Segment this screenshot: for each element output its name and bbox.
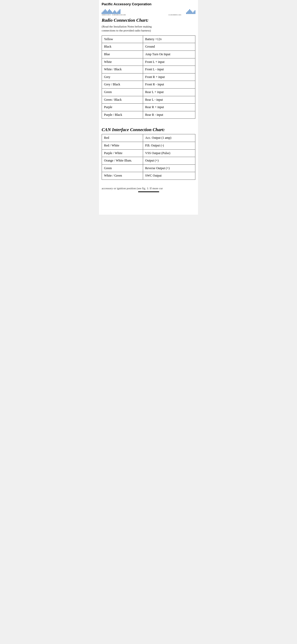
table-row: GreenRear L + input: [102, 88, 195, 96]
binary-row-left: 1800211011 110810811101108 1118108001118…: [102, 14, 195, 16]
waveform-bar: [110, 10, 111, 14]
waveform-bar: [103, 11, 103, 14]
wire-color: Yellow: [102, 35, 143, 43]
wire-function: Ground: [143, 43, 195, 51]
wire-color: Purple / White: [102, 149, 143, 157]
table-row: BlueAmp Turn On Input: [102, 50, 195, 58]
table-row: Purple / WhiteVSS Output (Pulse): [102, 149, 195, 157]
waveform-bar: [117, 11, 118, 14]
table-row: White / BlackFront L - input: [102, 66, 195, 73]
page-container: Pacific Accessory Corporation 1800211011…: [99, 0, 198, 215]
header: Pacific Accessory Corporation 1800211011…: [99, 0, 198, 16]
waveform-bar: [194, 11, 194, 14]
waveform-bar: [108, 10, 109, 14]
waveform-bar: [104, 10, 105, 14]
wire-function: Battery +12v: [143, 35, 195, 43]
wire-color: Green: [102, 88, 143, 96]
waveform-bar: [190, 10, 191, 14]
waveform-bar: [119, 10, 119, 14]
wire-color: White / Black: [102, 66, 143, 73]
wire-color: Purple / Black: [102, 111, 143, 119]
waveform-bar: [188, 10, 189, 14]
table-row: BlackGround: [102, 43, 195, 51]
wire-function: Rear R - input: [143, 111, 195, 119]
wire-function: Rear L + input: [143, 88, 195, 96]
wire-function: Amp Turn On Input: [143, 50, 195, 58]
table-row: YellowBattery +12v: [102, 35, 195, 43]
waveform-bar: [120, 9, 120, 14]
wire-color: White / Green: [102, 172, 143, 180]
table-row: Green / BlackRear L - input: [102, 96, 195, 104]
table-row: GreyFront R + input: [102, 73, 195, 81]
wire-color: Grey / Black: [102, 81, 143, 89]
wire-color: Blue: [102, 50, 143, 58]
wire-color: Green / Black: [102, 96, 143, 104]
waveform-bar: [114, 10, 115, 14]
table-row: PurpleRear R + input: [102, 104, 195, 111]
waveform-bar: [107, 11, 108, 14]
waveform-bar: [186, 12, 187, 14]
company-name: Pacific Accessory Corporation: [102, 2, 195, 6]
wire-color: Black: [102, 43, 143, 51]
table-row: Red / WhiteP.B. Output (-): [102, 142, 195, 149]
wire-function: Front R + input: [143, 73, 195, 81]
can-chart-title: CAN Interface Connection Chart:: [102, 127, 195, 132]
table-row: RedAcc. Output (1 amp): [102, 134, 195, 142]
wire-function: Rear R + input: [143, 104, 195, 111]
content: Radio Connection Chart: (Read the Instal…: [99, 17, 198, 197]
radio-chart-title: Radio Connection Chart:: [102, 18, 195, 23]
waveform-bar: [187, 11, 188, 14]
wire-function: Front L + input: [143, 58, 195, 66]
wire-function: Reverse Output (+): [143, 164, 195, 172]
table-row: Orange / White Illum.Output (+): [102, 157, 195, 165]
wire-function: Front L - input: [143, 66, 195, 73]
radio-connection-table: YellowBattery +12vBlackGroundBlueAmp Tur…: [102, 35, 195, 119]
waveform-bar: [109, 9, 110, 14]
wire-function: Acc. Output (1 amp): [143, 134, 195, 142]
waveform-bar: [192, 12, 193, 14]
waveform-bar: [115, 11, 116, 14]
wire-function: Rear L - input: [143, 96, 195, 104]
wire-color: Red: [102, 134, 143, 142]
waveform-bar: [113, 11, 114, 14]
footer-line: [138, 191, 159, 192]
table-row: White / GreenSWC Output: [102, 172, 195, 180]
waveform-bar: [105, 9, 106, 14]
waveform-left: [102, 9, 120, 14]
waveform-bar: [191, 11, 192, 14]
waveform-bar: [106, 10, 107, 14]
table-row: Grey / BlackFront R - input: [102, 81, 195, 89]
wire-function: VSS Output (Pulse): [143, 149, 195, 157]
table-row: Purple / BlackRear R - input: [102, 111, 195, 119]
waveform-bar: [111, 11, 112, 14]
wire-color: Purple: [102, 104, 143, 111]
wire-function: Front R - input: [143, 81, 195, 89]
wire-color: Grey: [102, 73, 143, 81]
wire-color: White: [102, 58, 143, 66]
table-row: WhiteFront L + input: [102, 58, 195, 66]
wire-function: SWC Output: [143, 172, 195, 180]
footer-text: accessory or ignition position (see fig.…: [102, 185, 195, 190]
wire-color: Orange / White Illum.: [102, 157, 143, 165]
wire-function: Output (+): [143, 157, 195, 165]
waveform-bar: [195, 10, 195, 14]
waveform-right: [186, 9, 195, 14]
wire-color: Green: [102, 164, 143, 172]
can-connection-table: RedAcc. Output (1 amp)Red / WhiteP.B. Ou…: [102, 134, 195, 180]
wire-function: P.B. Output (-): [143, 142, 195, 149]
wire-color: Red / White: [102, 142, 143, 149]
table-row: GreenReverse Output (+): [102, 164, 195, 172]
radio-chart-subtitle: (Read the Installation Notes before maki…: [102, 25, 195, 33]
waveform-bar: [189, 9, 190, 14]
